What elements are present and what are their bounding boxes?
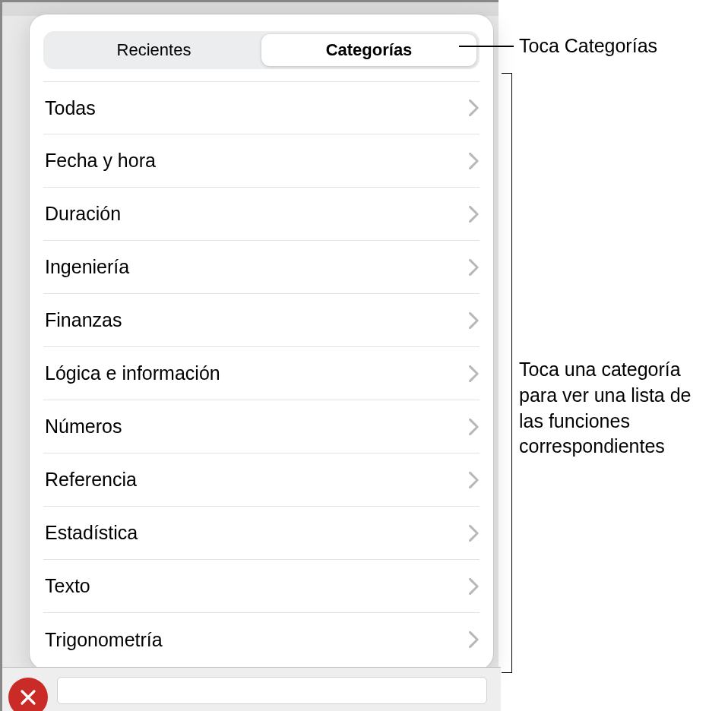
list-item[interactable]: Finanzas xyxy=(43,294,480,347)
tab-categories[interactable]: Categorías xyxy=(261,34,476,66)
list-item-label: Estadística xyxy=(43,522,138,544)
list-item[interactable]: Todas xyxy=(43,81,480,134)
callout-bracket xyxy=(502,73,512,673)
list-item[interactable]: Trigonometría xyxy=(43,613,480,666)
list-item-label: Ingeniería xyxy=(43,256,129,278)
list-item[interactable]: Lógica e información xyxy=(43,347,480,400)
chevron-right-icon xyxy=(469,312,480,329)
close-icon xyxy=(8,678,48,711)
chevron-right-icon xyxy=(469,153,480,169)
callout-tap-categories: Toca Categorías xyxy=(519,33,657,59)
list-item[interactable]: Fecha y hora xyxy=(43,134,480,188)
tab-recent[interactable]: Recientes xyxy=(46,34,261,66)
list-item[interactable]: Números xyxy=(43,400,480,453)
list-item[interactable]: Texto xyxy=(43,560,480,613)
list-item-label: Finanzas xyxy=(43,309,122,331)
callout-leader xyxy=(459,46,514,47)
segmented-control: Recientes Categorías xyxy=(43,31,480,69)
list-item[interactable]: Duración xyxy=(43,188,480,241)
list-item[interactable]: Estadística xyxy=(43,507,480,560)
category-list: Todas Fecha y hora Duración Ingeniería F… xyxy=(30,77,493,670)
functions-popover: Recientes Categorías Todas Fecha y hora … xyxy=(30,14,493,670)
chevron-right-icon xyxy=(469,631,480,648)
chevron-right-icon xyxy=(469,525,480,542)
tab-recent-label: Recientes xyxy=(117,40,191,60)
list-item-label: Fecha y hora xyxy=(43,150,156,172)
list-item-label: Referencia xyxy=(43,469,137,491)
formula-input[interactable] xyxy=(57,677,487,704)
tab-categories-label: Categorías xyxy=(326,40,413,60)
list-item[interactable]: Ingeniería xyxy=(43,241,480,294)
chevron-right-icon xyxy=(469,472,480,488)
chevron-right-icon xyxy=(469,259,480,276)
list-item-label: Trigonometría xyxy=(43,629,163,651)
list-item-label: Texto xyxy=(43,575,90,597)
list-item-label: Números xyxy=(43,416,122,438)
close-button[interactable] xyxy=(7,668,49,711)
list-item[interactable]: Referencia xyxy=(43,453,480,507)
list-item-label: Lógica e información xyxy=(43,362,220,384)
chevron-right-icon xyxy=(469,365,480,382)
formula-bar xyxy=(2,667,501,711)
chevron-right-icon xyxy=(469,100,480,116)
chevron-right-icon xyxy=(469,206,480,223)
callout-tap-category-detail: Toca una categoría para ver una lista de… xyxy=(519,357,717,460)
chevron-right-icon xyxy=(469,419,480,435)
chevron-right-icon xyxy=(469,578,480,595)
list-item-label: Duración xyxy=(43,203,121,225)
list-item-label: Todas xyxy=(43,97,96,119)
